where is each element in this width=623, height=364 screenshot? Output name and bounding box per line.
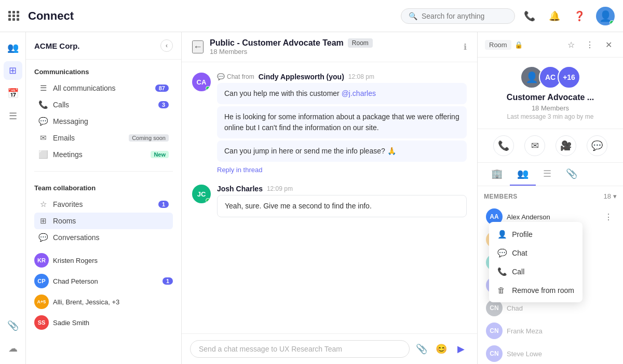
help-icon[interactable]: ❓ xyxy=(571,8,588,24)
calls-badge: 3 xyxy=(158,101,169,108)
call-icon: 📞 xyxy=(497,267,507,276)
msg-bubble-cindy-2: He is looking for some information about… xyxy=(217,106,467,138)
grid-menu-icon[interactable] xyxy=(8,11,20,21)
members-header: MEMBERS 18 ▾ xyxy=(484,192,617,200)
attachment-icon[interactable]: 📎 xyxy=(414,341,429,357)
communications-section: Communications ☰ All communications 87 📞… xyxy=(26,60,181,167)
messaging-icon: 💬 xyxy=(38,117,48,126)
online-indicator xyxy=(610,20,614,25)
panel-video-button[interactable]: 🎥 xyxy=(556,135,576,156)
msg-time-josh: 12:09 pm xyxy=(267,185,293,192)
vnav-grid-icon[interactable]: ⊞ xyxy=(4,61,22,80)
online-dot-cindy xyxy=(206,86,210,91)
sidebar-item-emails[interactable]: ✉ Emails Coming soon xyxy=(34,130,173,146)
back-button[interactable]: ← xyxy=(192,40,204,53)
meetings-new-badge: New xyxy=(151,151,169,158)
vnav-calendar-icon[interactable]: 📅 xyxy=(4,84,22,103)
reply-thread-link[interactable]: Reply in thread xyxy=(217,166,262,174)
context-menu-profile-label: Profile xyxy=(512,230,533,239)
sidebar-item-all-communications[interactable]: ☰ All communications 87 xyxy=(34,80,173,96)
panel-star-button[interactable]: ☆ xyxy=(564,37,578,52)
chat-area: ← Public - Customer Advocate Team Room 1… xyxy=(182,32,478,364)
all-comm-icon: ☰ xyxy=(38,83,48,93)
user-avatar[interactable]: 👤 xyxy=(596,7,615,25)
sidebar-item-rooms[interactable]: ⊞ Rooms xyxy=(34,213,173,229)
team-collab-section: Team collaboration ☆ Favorites 1 ⊞ Rooms… xyxy=(26,176,181,250)
sidebar-item-messaging[interactable]: 💬 Messaging xyxy=(34,113,173,130)
panel-more-button[interactable]: ⋮ xyxy=(583,37,597,52)
panel-avatars: 👤 AC +16 xyxy=(520,66,580,89)
context-menu-profile[interactable]: 👤 Profile xyxy=(489,225,583,244)
member-more-alex[interactable]: ⋮ xyxy=(602,211,615,223)
panel-close-button[interactable]: ✕ xyxy=(601,37,616,52)
panel-avatar-more: +16 xyxy=(558,66,580,89)
context-menu-remove[interactable]: 🗑 Remove from room xyxy=(489,281,583,299)
vnav-contacts-icon[interactable]: 👥 xyxy=(4,38,22,57)
panel-actions: ☆ ⋮ ✕ xyxy=(564,37,616,52)
sidebar-item-calls[interactable]: 📞 Calls 3 xyxy=(34,96,173,113)
conv-name-sadie: Sadie Smith xyxy=(53,319,173,327)
collapse-button[interactable]: ‹ xyxy=(160,39,173,52)
emoji-icon[interactable]: 😊 xyxy=(434,341,449,357)
msg-content-josh: Josh Charles 12:09 pm Yeah, sure. Give m… xyxy=(217,185,467,219)
members-count[interactable]: 18 ▾ xyxy=(604,192,617,200)
panel-tab-people[interactable]: 👥 xyxy=(510,163,536,186)
panel-last-message: Last message 3 min ago by me xyxy=(507,113,594,120)
panel-quick-actions: 📞 ✉ 🎥 💬 xyxy=(478,129,623,163)
context-menu-chat-label: Chat xyxy=(512,249,527,257)
panel-chat-button[interactable]: 💬 xyxy=(587,135,607,156)
chat-input[interactable] xyxy=(190,340,410,358)
context-menu-call[interactable]: 📞 Call xyxy=(489,262,583,281)
msg-bubble-josh-1: Yeah, sure. Give me a second to find the… xyxy=(217,195,467,217)
send-button[interactable]: ▶ xyxy=(453,341,469,357)
search-input[interactable] xyxy=(422,12,505,20)
sidebar-item-meetings[interactable]: ⬜ Meetings New xyxy=(34,146,173,163)
member-item-steve[interactable]: CN Steve Lowe xyxy=(484,342,617,364)
sidebar-item-conversations[interactable]: 💬 Conversations xyxy=(34,229,173,246)
member-name-frank: Frank Meza xyxy=(507,327,615,335)
all-comm-badge: 87 xyxy=(155,85,169,92)
msg-bubble-cindy-1: Can you help me with this customer @j.ch… xyxy=(217,83,467,104)
vnav-cloud-icon[interactable]: ☁ xyxy=(4,339,22,358)
msg-content-cindy: 💬 Chat from Cindy Applesworth (you) 12:0… xyxy=(217,73,467,174)
member-name-chad: Chad xyxy=(507,304,615,312)
conv-item-sadie[interactable]: SS Sadie Smith xyxy=(26,312,181,333)
favorites-label: Favorites xyxy=(53,200,153,208)
chevron-down-icon: ▾ xyxy=(613,192,617,200)
msg-time-cindy: 12:08 pm xyxy=(348,73,374,80)
panel-room-label: Room xyxy=(485,40,511,50)
conv-avatar-chad: CP xyxy=(34,274,49,288)
phone-icon[interactable]: 📞 xyxy=(521,8,538,24)
chat-info-icon[interactable]: ℹ xyxy=(464,42,467,52)
panel-tab-list[interactable]: ☰ xyxy=(536,163,559,186)
conv-item-chad[interactable]: CP Chad Peterson 1 xyxy=(26,271,181,291)
conv-avatar-group: A+5 xyxy=(34,295,49,309)
communications-title: Communications xyxy=(34,68,173,76)
context-menu-call-label: Call xyxy=(512,268,524,276)
message-group-josh: JC Josh Charles 12:09 pm Yeah, sure. Giv… xyxy=(192,185,467,219)
vnav-paperclip-icon[interactable]: 📎 xyxy=(4,316,22,335)
vnav-list-icon[interactable]: ☰ xyxy=(4,107,22,125)
search-bar[interactable]: 🔍 xyxy=(401,8,515,24)
panel-tab-attachment[interactable]: 📎 xyxy=(559,163,585,186)
app-title: Connect xyxy=(28,9,208,23)
member-avatar-steve: CN xyxy=(486,345,503,362)
chat-icon: 💬 xyxy=(497,248,507,258)
conversations-label: Conversations xyxy=(53,233,169,242)
all-comm-label: All communications xyxy=(53,84,150,92)
chat-from-badge: 💬 Chat from xyxy=(217,73,254,80)
panel-email-button[interactable]: ✉ xyxy=(524,135,545,156)
panel-phone-button[interactable]: 📞 xyxy=(493,135,514,156)
sidebar-item-favorites[interactable]: ☆ Favorites 1 xyxy=(34,196,173,213)
search-icon: 🔍 xyxy=(409,12,417,20)
conv-item-kristen[interactable]: KR Kristen Rogers xyxy=(26,250,181,271)
member-item-frank[interactable]: CN Frank Meza xyxy=(484,319,617,342)
context-menu-chat[interactable]: 💬 Chat xyxy=(489,244,583,262)
sidebar-divider xyxy=(34,171,173,172)
conv-name-chad: Chad Peterson xyxy=(53,277,158,285)
panel-tab-building[interactable]: 🏢 xyxy=(484,163,510,186)
bell-icon[interactable]: 🔔 xyxy=(546,8,563,24)
conv-item-group[interactable]: A+5 Alli, Brent, Jessica, +3 xyxy=(26,291,181,312)
chat-icon: 💬 xyxy=(217,73,225,80)
chat-room-badge: Room xyxy=(348,38,373,48)
